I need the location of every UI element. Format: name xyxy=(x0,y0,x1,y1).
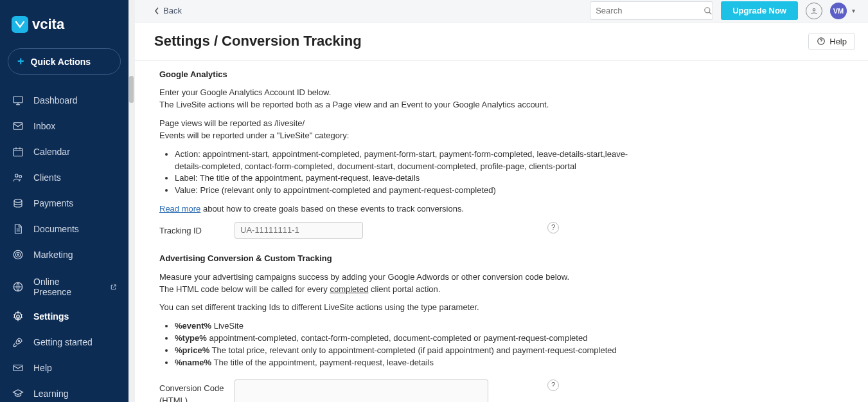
rocket-icon xyxy=(12,336,24,349)
completed-word: completed xyxy=(330,284,368,294)
page-title: Settings / Conversion Tracking xyxy=(154,33,362,50)
sidebar-item-label: Online Presence xyxy=(33,277,99,297)
scrollbar[interactable] xyxy=(128,0,135,402)
content: Google Analytics Enter your Google Analy… xyxy=(135,61,868,403)
quick-actions-button[interactable]: + Quick Actions xyxy=(8,48,121,75)
sidebar-item-label: Getting started xyxy=(33,337,93,347)
sidebar-item-label: Learning xyxy=(33,388,69,399)
conversion-code-label: Conversion Code (HTML) xyxy=(159,379,227,402)
sidebar-item-payments[interactable]: Payments xyxy=(0,190,128,216)
calendar-icon xyxy=(12,145,24,158)
svg-rect-1 xyxy=(13,123,22,130)
adv-p2: You can set different tracking Ids to di… xyxy=(159,302,855,314)
sidebar-item-clients[interactable]: Clients xyxy=(0,165,128,190)
documents-icon xyxy=(12,223,24,235)
sidebar-item-label: Dashboard xyxy=(33,95,78,105)
sidebar-item-documents[interactable]: Documents xyxy=(0,216,128,242)
brand-name: vcita xyxy=(32,16,64,33)
ga-intro1: Enter your Google Analytics Account ID b… xyxy=(159,87,855,99)
ga-events: Events will be reported under a "LiveSit… xyxy=(159,130,855,142)
read-more-link[interactable]: Read more xyxy=(159,204,200,214)
svg-point-11 xyxy=(18,340,19,342)
payments-icon xyxy=(12,197,24,210)
titlebar: Settings / Conversion Tracking Help xyxy=(135,23,868,61)
search-input[interactable] xyxy=(596,6,704,15)
svg-point-4 xyxy=(19,176,22,178)
avatar[interactable]: VM xyxy=(830,3,847,19)
main-panel: Back Upgrade Now VM ▾ Settings / Convers… xyxy=(128,0,868,402)
envelope-icon xyxy=(12,361,24,374)
sidebar-item-dashboard[interactable]: Dashboard xyxy=(0,87,128,113)
help-icon xyxy=(817,37,826,46)
search-box[interactable] xyxy=(590,1,713,20)
brand-logo[interactable]: vcita xyxy=(0,0,128,42)
clients-icon xyxy=(12,171,24,184)
sidebar-item-calendar[interactable]: Calendar xyxy=(0,139,128,165)
help-button-label: Help xyxy=(829,37,847,46)
plus-icon: + xyxy=(17,55,24,68)
brand-mark-icon xyxy=(12,16,28,33)
svg-point-7 xyxy=(15,252,21,257)
chevron-left-icon xyxy=(154,7,159,15)
inbox-icon xyxy=(12,120,24,132)
adv-bullet: %price% The total price, relevant only t… xyxy=(175,345,855,357)
chevron-down-icon[interactable]: ▾ xyxy=(852,7,855,14)
tracking-id-input[interactable] xyxy=(235,222,363,239)
sidebar-item-getting-started[interactable]: Getting started xyxy=(0,329,128,355)
svg-point-13 xyxy=(705,8,710,13)
sidebar-item-marketing[interactable]: Marketing xyxy=(0,242,128,268)
ga-bullet: Action: appointment-start, appointment-c… xyxy=(175,149,631,173)
ga-bullets: Action: appointment-start, appointment-c… xyxy=(159,149,855,197)
adv-bullet: %type% appointment-completed, contact-fo… xyxy=(175,333,855,345)
ga-pageviews: Page views will be reported as /livesite… xyxy=(159,118,855,130)
help-tooltip-button[interactable]: ? xyxy=(547,222,559,233)
sidebar-item-label: Clients xyxy=(33,172,61,183)
help-button[interactable]: Help xyxy=(808,33,855,50)
svg-rect-12 xyxy=(13,365,22,371)
ga-heading: Google Analytics xyxy=(159,69,855,81)
sidebar-item-learning[interactable]: Learning xyxy=(0,381,128,402)
svg-rect-2 xyxy=(13,149,22,156)
globe-icon xyxy=(12,280,24,293)
help-tooltip-button[interactable]: ? xyxy=(547,379,559,391)
sidebar-item-help[interactable]: Help xyxy=(0,355,128,381)
adv-bullet: %event% LiveSite xyxy=(175,320,855,333)
external-link-icon xyxy=(110,284,117,291)
ga-intro2: The LiveSite actions will be reported bo… xyxy=(159,99,855,111)
tracking-id-label: Tracking ID xyxy=(159,222,227,237)
adv-p1a: Measure your advertising campaigns succe… xyxy=(159,271,855,284)
sidebar-item-label: Payments xyxy=(33,198,73,208)
sidebar-item-label: Documents xyxy=(33,224,79,234)
sidebar-item-online-presence[interactable]: Online Presence xyxy=(0,270,128,304)
sidebar-item-label: Marketing xyxy=(33,250,73,260)
adv-p1b: The HTML code below will be called for e… xyxy=(159,284,855,296)
sidebar-item-inbox[interactable]: Inbox xyxy=(0,113,128,139)
adv-bullets: %event% LiveSite %type% appointment-comp… xyxy=(159,320,855,369)
account-circle-icon[interactable] xyxy=(806,3,822,19)
ga-bullet: Label: The title of the appointment, pay… xyxy=(175,172,855,185)
upgrade-button[interactable]: Upgrade Now xyxy=(721,1,798,20)
back-label: Back xyxy=(163,6,182,15)
svg-rect-0 xyxy=(13,96,22,103)
svg-point-3 xyxy=(15,174,19,178)
search-icon xyxy=(704,6,713,15)
svg-point-14 xyxy=(813,8,815,11)
marketing-icon xyxy=(12,248,24,261)
sidebar-item-settings[interactable]: Settings xyxy=(0,304,128,329)
dashboard-icon xyxy=(12,94,24,107)
learning-icon xyxy=(12,387,24,400)
read-more-tail: about how to create goals based on these… xyxy=(200,204,464,214)
adv-bullet: %name% The title of the appointment, pay… xyxy=(175,357,855,369)
sidebar-item-label: Calendar xyxy=(33,147,70,157)
topbar: Back Upgrade Now VM ▾ xyxy=(135,0,868,23)
svg-point-10 xyxy=(17,315,20,318)
back-button[interactable]: Back xyxy=(154,6,182,15)
sidebar-item-label: Help xyxy=(33,363,52,373)
gear-icon xyxy=(12,310,24,323)
svg-point-8 xyxy=(17,254,19,255)
svg-point-6 xyxy=(13,250,22,259)
conversion-code-textarea[interactable] xyxy=(235,379,488,402)
svg-point-5 xyxy=(14,199,22,203)
ga-bullet: Value: Price (relevant only to appointme… xyxy=(175,185,855,197)
sidebar-item-label: Inbox xyxy=(33,121,55,131)
